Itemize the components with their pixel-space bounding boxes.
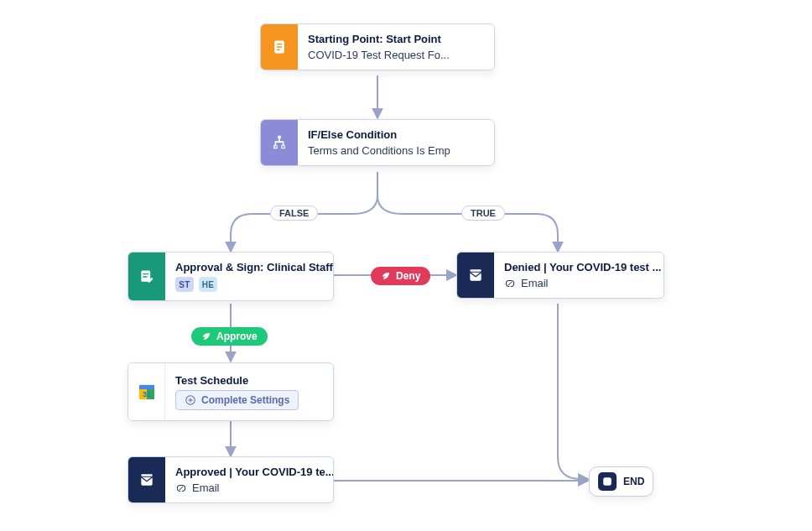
svg-rect-1 [277, 44, 283, 45]
branch-label-true: TRUE [461, 206, 505, 221]
node-title: IF/Else Condition [308, 128, 450, 141]
node-start-point[interactable]: Starting Point: Start Point COVID-19 Tes… [260, 23, 495, 70]
branch-label-false: FALSE [270, 206, 318, 221]
leaf-icon [201, 331, 211, 341]
node-end[interactable]: END [589, 466, 653, 497]
plus-circle-icon [185, 394, 196, 406]
svg-rect-7 [141, 270, 150, 281]
node-subtitle: Terms and Conditions Is Emp [308, 144, 450, 157]
svg-rect-8 [470, 269, 481, 272]
svg-rect-2 [277, 46, 283, 48]
badge-st: ST [175, 277, 194, 292]
branch-icon [261, 120, 298, 165]
node-test-schedule[interactable]: 31 Test Schedule Complete Settings [128, 362, 334, 421]
end-label: END [623, 476, 644, 487]
svg-rect-10 [139, 385, 154, 389]
node-title: Approved | Your COVID-19 te... [175, 466, 321, 478]
node-subtitle: Email [521, 277, 549, 289]
stop-icon [598, 472, 617, 491]
complete-settings-button[interactable]: Complete Settings [175, 390, 299, 410]
calendar-icon: 31 [128, 363, 165, 420]
email-tray-icon [457, 252, 494, 298]
svg-text:31: 31 [142, 390, 150, 398]
connector-lines [0, 0, 812, 531]
node-title: Approval & Sign: Clinical Staff [175, 261, 321, 273]
signature-icon [128, 252, 165, 300]
link-icon [504, 278, 516, 289]
node-approval-sign[interactable]: Approval & Sign: Clinical Staff ST HE [128, 252, 334, 301]
node-approved-email[interactable]: Approved | Your COVID-19 te... Email [128, 456, 334, 503]
node-if-else-condition[interactable]: IF/Else Condition Terms and Conditions I… [260, 119, 495, 166]
workflow-canvas: Starting Point: Start Point COVID-19 Tes… [0, 0, 812, 531]
node-subtitle: COVID-19 Test Request Fo... [308, 49, 450, 61]
node-title: Starting Point: Start Point [308, 33, 450, 45]
branch-label-approve: Approve [191, 327, 268, 346]
node-denied-email[interactable]: Denied | Your COVID-19 test ... Email [456, 252, 664, 299]
svg-rect-3 [277, 49, 280, 51]
svg-rect-15 [141, 474, 152, 476]
document-icon [261, 24, 298, 70]
badge-he: HE [199, 277, 217, 292]
node-subtitle: Email [192, 482, 220, 494]
link-icon [175, 482, 187, 494]
assignee-badges: ST HE [175, 277, 321, 292]
svg-rect-16 [603, 477, 612, 486]
node-title: Denied | Your COVID-19 test ... [504, 261, 652, 273]
node-title: Test Schedule [175, 374, 299, 387]
branch-label-deny: Deny [371, 267, 430, 285]
email-tray-icon [128, 457, 165, 502]
leaf-icon [381, 271, 391, 281]
